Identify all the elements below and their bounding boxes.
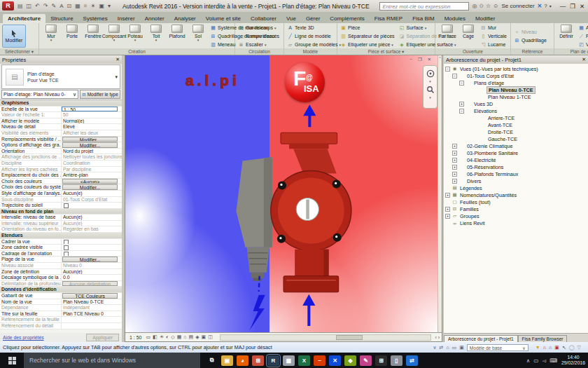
ribbon-tab[interactable]: Insérer: [113, 14, 140, 23]
ribbon-small-button[interactable]: ▤ Garde-corps▾: [238, 24, 281, 32]
ribbon-small-button[interactable]: ≣ Escalier▾: [238, 41, 281, 48]
ribbon-tab[interactable]: Modules: [440, 14, 470, 23]
qat-icon[interactable]: ▤: [16, 3, 24, 10]
taskbar-app-icon[interactable]: ◕: [237, 355, 248, 366]
tree-item[interactable]: Plans d'étage: [444, 79, 588, 86]
statusbar-icon[interactable]: ▭: [452, 345, 457, 350]
view-control-icon[interactable]: ◇: [171, 334, 174, 340]
tree-item[interactable]: 05-Réservations: [444, 163, 588, 170]
taskbar-app-icon[interactable]: ⊞: [252, 355, 264, 366]
view-control-icon[interactable]: ▦: [177, 334, 182, 340]
tree-item-label[interactable]: Elévations: [472, 108, 498, 114]
ribbon-small-button[interactable]: ⌖ Niveau: [514, 28, 547, 36]
qat-icon[interactable]: ▦: [74, 3, 82, 10]
navbar-arrow[interactable]: ▾: [429, 96, 431, 99]
statusbar-icon[interactable]: ⌂: [446, 345, 449, 350]
ribbon-tab[interactable]: Annoter: [140, 14, 169, 23]
restore-button[interactable]: ❐: [570, 3, 575, 10]
tray-icon[interactable]: ∧: [526, 357, 531, 364]
tree-item-label[interactable]: Liens Revit: [458, 220, 486, 226]
ribbon-big-button[interactable]: Sol▾: [188, 24, 209, 48]
ribbon-small-button[interactable]: ▯ Verticale: [480, 32, 507, 40]
ribbon-tab[interactable]: Fisa BIM: [407, 14, 440, 23]
tree-item[interactable]: Plan Niveau 0-TCE: [444, 86, 588, 93]
tree-item[interactable]: 02-Genie Climatique: [444, 142, 588, 149]
ribbon-big-button[interactable]: Poteau▾: [125, 24, 146, 48]
tree-item[interactable]: Droite-TCE: [444, 128, 588, 135]
qat-icon[interactable]: ☀: [89, 3, 97, 10]
tree-item-label[interactable]: Droite-TCE: [486, 129, 514, 135]
ribbon-big-button[interactable]: Composant▾: [104, 24, 125, 48]
ribbon-big-button[interactable]: Toit▾: [146, 24, 167, 48]
property-value[interactable]: Plan TCE Niveau 0: [62, 311, 122, 317]
ribbon-tab[interactable]: Vue: [281, 14, 301, 23]
qat-icon[interactable]: ⊡: [66, 3, 74, 10]
tree-toggle-icon[interactable]: [452, 165, 457, 170]
ribbon-small-button[interactable]: ▱ Groupe de modèles▾: [287, 41, 341, 48]
edit-type-button[interactable]: ⊟ Modifier le type: [80, 90, 120, 99]
property-value[interactable]: Nord du projet: [62, 149, 122, 154]
taskbar-app-icon[interactable]: ⧉: [206, 355, 218, 366]
property-value[interactable]: Modifier...: [62, 137, 118, 142]
tray-icon[interactable]: ◅: [542, 357, 546, 364]
ribbon-big-button[interactable]: Cage: [458, 24, 479, 48]
tree-item[interactable]: Gauche-TCE: [444, 135, 588, 142]
tree-item[interactable]: Divers: [444, 177, 588, 184]
property-value[interactable]: Niveau 0: [62, 263, 122, 268]
titlebar-icon[interactable]: ◎: [472, 3, 477, 9]
ribbon-big-button[interactable]: Par face: [437, 24, 458, 48]
tree-item[interactable]: 03-Plomberie Sanitaire: [444, 149, 588, 156]
tree-toggle-icon[interactable]: [452, 144, 457, 149]
property-value[interactable]: Modifier...: [62, 257, 118, 262]
taskbar-app-icon[interactable]: ⇄: [406, 355, 418, 366]
ribbon-tab[interactable]: Volume et site: [201, 14, 246, 23]
tree-item-label[interactable]: Feuilles (tout): [458, 199, 492, 205]
filter-icon[interactable]: ▼: [536, 345, 540, 350]
tree-item[interactable]: ▤ Légendes: [444, 184, 588, 191]
tree-item-label[interactable]: Gauche-TCE: [486, 136, 519, 142]
apply-button[interactable]: Appliquer: [86, 334, 119, 341]
taskbar-app-icon[interactable]: ⊞: [375, 355, 387, 366]
minimize-button[interactable]: —: [560, 3, 566, 10]
view-control-icon[interactable]: ▤: [189, 334, 194, 340]
ribbon-tab[interactable]: Modifier: [470, 14, 500, 23]
tree-item-label[interactable]: Vues 3D: [472, 101, 494, 107]
ribbon-big-button[interactable]: Plafond: [167, 24, 188, 48]
property-value[interactable]: [62, 251, 122, 257]
ribbon-small-button[interactable]: ╱ Ligne de modèle: [287, 32, 341, 40]
tree-toggle-icon[interactable]: [459, 109, 464, 114]
tree-toggle-icon[interactable]: [452, 172, 457, 177]
property-value[interactable]: Arrière-plan: [62, 172, 122, 178]
taskbar-app-icon[interactable]: ✎: [360, 355, 372, 366]
property-value[interactable]: 0.0: [62, 275, 122, 280]
taskbar-app-icon[interactable]: ~: [314, 355, 326, 366]
scrollbar-thumb[interactable]: [336, 335, 363, 340]
filter-icon[interactable]: ⌂: [543, 345, 546, 350]
ribbon-small-button[interactable]: ⊟ Mur: [480, 24, 507, 32]
tree-toggle-icon[interactable]: [452, 158, 457, 163]
taskbar-app-icon[interactable]: R: [267, 355, 279, 366]
taskbar-app-icon[interactable]: ▦: [283, 355, 295, 366]
tree-toggle-icon[interactable]: [452, 151, 457, 156]
ribbon-big-button[interactable]: Mur▾: [41, 24, 62, 48]
view-control-icon[interactable]: ◧: [153, 334, 158, 340]
statusbar-icon[interactable]: ∨: [433, 345, 436, 350]
property-value[interactable]: Regarder en bas: [62, 226, 122, 232]
view-scale-button[interactable]: 1 : 50: [125, 335, 146, 340]
tree-item[interactable]: 04-Electricité: [444, 156, 588, 163]
tree-toggle-icon[interactable]: [445, 193, 450, 198]
tree-toggle-icon[interactable]: [452, 179, 457, 184]
property-value[interactable]: [62, 239, 122, 245]
view-control-icon[interactable]: ▣: [202, 334, 206, 340]
property-value[interactable]: Aucun(e): [62, 191, 122, 196]
property-value[interactable]: Modifier...: [62, 142, 118, 148]
property-value[interactable]: [62, 323, 122, 329]
property-value[interactable]: <Aucun>: [62, 179, 118, 184]
qat-icon[interactable]: ✎: [50, 3, 58, 10]
ribbon-small-button[interactable]: A Texte 3D: [287, 24, 341, 32]
property-value[interactable]: Aucune délimitation: [62, 281, 118, 287]
tree-item-label[interactable]: Vues (01-Vues par lots techniques): [458, 66, 540, 72]
property-value[interactable]: [62, 203, 122, 208]
tree-toggle-icon[interactable]: [459, 81, 464, 86]
property-value[interactable]: Coordination: [62, 161, 122, 166]
